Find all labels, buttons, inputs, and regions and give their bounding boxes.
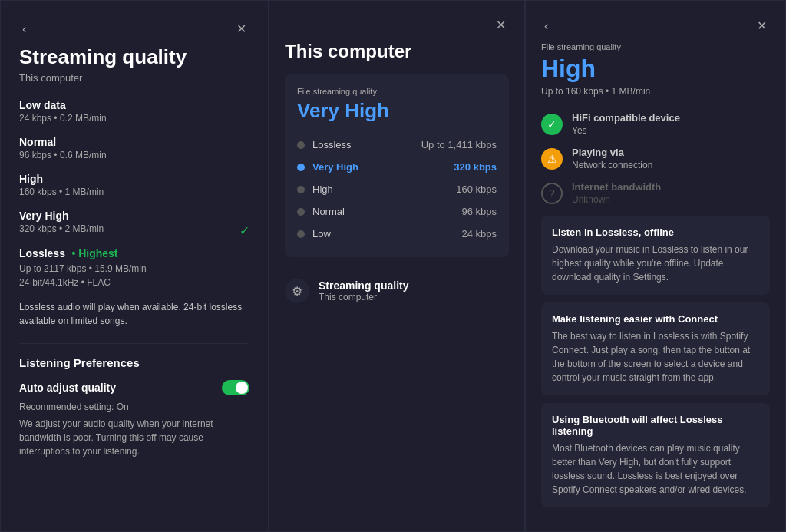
row-name-normal: Normal — [312, 206, 345, 217]
quality-row-very-high[interactable]: Very High 320 kbps — [297, 156, 497, 178]
bandwidth-value: Unknown — [572, 194, 661, 205]
playing-via-value: Network connection — [572, 160, 652, 170]
row-kbps-lossless: Up to 1,411 kbps — [421, 139, 497, 150]
close-button-panel2[interactable]: ✕ — [493, 16, 509, 35]
panel-hifi-quality: ‹ ✕ File streaming quality High Up to 16… — [525, 0, 786, 532]
hifi-label: HiFi compatible device — [572, 112, 680, 124]
auto-adjust-label: Auto adjust quality — [19, 382, 116, 394]
file-quality-box: File streaming quality Very High Lossles… — [285, 74, 509, 257]
panel2-title: This computer — [285, 41, 509, 62]
playing-via-label: Playing via — [572, 147, 652, 158]
dot-high — [297, 186, 305, 193]
lossless-label: Lossless — [19, 247, 65, 259]
card1-title: Listen in Lossless, offline — [552, 226, 759, 238]
auto-adjust-toggle[interactable] — [222, 380, 249, 395]
dot-low — [297, 230, 305, 238]
panel-streaming-quality: ‹ ✕ Streaming quality This computer Low … — [0, 0, 269, 532]
auto-adjust-row: Auto adjust quality — [19, 380, 249, 395]
quality-row-lossless[interactable]: Lossless Up to 1,411 kbps — [297, 134, 497, 156]
panel3-subtitle: Up to 160 kbps • 1 MB/min — [541, 86, 770, 97]
file-quality-label: File streaming quality — [297, 87, 497, 96]
row-kbps-very-high: 320 kbps — [454, 161, 497, 173]
panel3-title: High — [541, 55, 770, 83]
streaming-quality-sub: This computer — [319, 292, 408, 302]
hifi-value: Yes — [572, 125, 680, 136]
warn-icon: ⚠ — [541, 148, 563, 170]
quality-row-high[interactable]: High 160 kbps — [297, 178, 497, 200]
recommended-text: Recommended setting: On — [19, 401, 249, 412]
card2-title: Make listening easier with Connect — [552, 313, 759, 325]
close-button-panel3[interactable]: ✕ — [754, 17, 770, 35]
close-button-panel1[interactable]: ✕ — [233, 20, 249, 38]
card-connect: Make listening easier with Connect The b… — [541, 302, 770, 395]
back-button[interactable]: ‹ — [19, 19, 29, 39]
card3-desc: Most Bluetooth devices can play music qu… — [552, 441, 759, 497]
lossless-detail2: 24-bit/44.1kHz • FLAC — [19, 277, 249, 288]
card3-title: Using Bluetooth will affect Lossless lis… — [552, 414, 759, 437]
back-button-panel3[interactable]: ‹ — [541, 16, 551, 36]
adjust-desc: We adjust your audio quality when your i… — [19, 417, 249, 458]
check-icon: ✓ — [541, 114, 563, 135]
row-kbps-low: 24 kbps — [461, 228, 497, 240]
highest-badge: • Highest — [71, 247, 117, 259]
streaming-quality-link[interactable]: ⚙ Streaming quality This computer — [285, 269, 509, 312]
panel1-subtitle: This computer — [19, 72, 249, 84]
row-name-very-high: Very High — [312, 161, 358, 173]
gear-icon: ⚙ — [285, 279, 309, 303]
quality-row-low[interactable]: Low 24 kbps — [297, 223, 497, 245]
panel3-header: ‹ ✕ — [541, 16, 770, 36]
panel-this-computer: ✕ This computer File streaming quality V… — [269, 0, 525, 532]
lossless-note: Lossless audio will play when available.… — [19, 300, 249, 328]
lossless-checkmark: ✓ — [239, 223, 249, 238]
card-bluetooth: Using Bluetooth will affect Lossless lis… — [541, 403, 770, 507]
row-kbps-normal: 96 kbps — [461, 206, 497, 217]
info-row-hifi: ✓ HiFi compatible device Yes — [541, 112, 770, 136]
question-icon: ? — [541, 183, 563, 204]
info-row-playing-via: ⚠ Playing via Network connection — [541, 147, 770, 170]
card-lossless-offline: Listen in Lossless, offline Download you… — [541, 216, 770, 295]
info-row-bandwidth: ? Internet bandwidth Unknown — [541, 181, 770, 205]
file-quality-value: Very High — [297, 99, 497, 123]
row-kbps-high: 160 kbps — [456, 183, 497, 195]
quality-lossless[interactable]: Lossless • Highest ✓ Up to 2117 kbps • 1… — [19, 246, 249, 288]
streaming-quality-label: Streaming quality — [319, 279, 408, 292]
listening-prefs-title: Listening Preferences — [19, 356, 249, 369]
dot-normal — [297, 208, 305, 216]
quality-high[interactable]: High 160 kbps • 1 MB/min — [19, 173, 249, 197]
panel3-top-label: File streaming quality — [541, 42, 770, 51]
quality-low-data[interactable]: Low data 24 kbps • 0.2 MB/min — [19, 99, 249, 124]
card2-desc: The best way to listen in Lossless is wi… — [552, 329, 759, 385]
row-name-lossless: Lossless — [312, 139, 352, 150]
quality-normal[interactable]: Normal 96 kbps • 0.6 MB/min — [19, 136, 249, 160]
dot-lossless — [297, 141, 305, 149]
quality-very-high[interactable]: Very High 320 kbps • 2 MB/min — [19, 210, 249, 234]
divider-1 — [19, 343, 249, 344]
row-name-low: Low — [312, 228, 331, 240]
quality-row-normal[interactable]: Normal 96 kbps — [297, 200, 497, 223]
row-name-high: High — [312, 183, 333, 195]
bandwidth-label: Internet bandwidth — [572, 181, 661, 193]
dot-very-high — [297, 164, 305, 171]
card1-desc: Download your music in Lossless to liste… — [552, 243, 759, 284]
panel1-header: ‹ ✕ — [19, 19, 249, 39]
panel2-header: ✕ — [285, 16, 509, 35]
lossless-detail1: Up to 2117 kbps • 15.9 MB/min — [19, 263, 249, 274]
panel1-title: Streaming quality — [19, 45, 249, 69]
